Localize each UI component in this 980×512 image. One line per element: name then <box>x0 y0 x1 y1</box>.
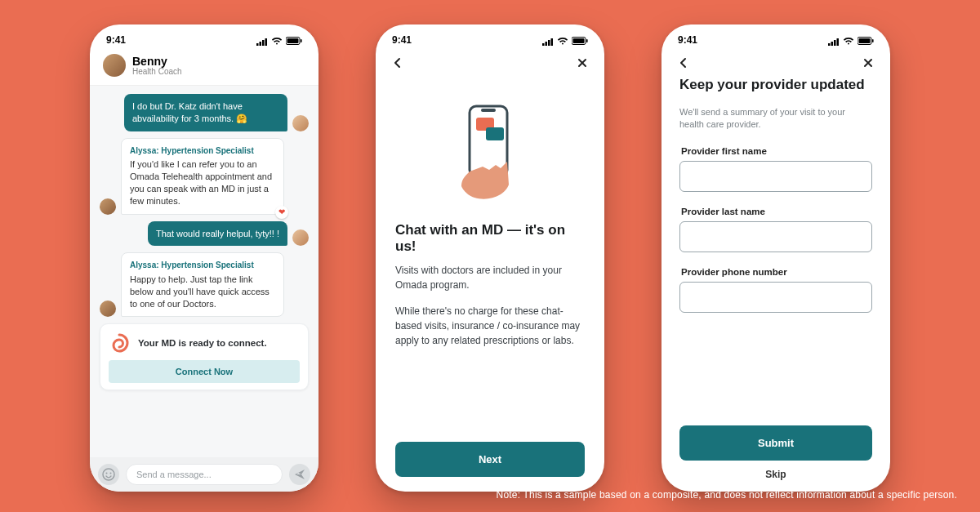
svg-rect-6 <box>301 39 302 42</box>
message-composer: Send a message... <box>90 457 318 492</box>
wifi-icon <box>557 36 568 44</box>
message-coach: Alyssa: Hypertension Specialist If you'd… <box>100 138 309 215</box>
svg-rect-21 <box>828 43 831 46</box>
svg-point-7 <box>103 469 114 480</box>
message-coach: Alyssa: Hypertension Specialist Happy to… <box>100 252 309 317</box>
status-bar: 9:41 <box>662 34 890 51</box>
disclaimer-text: Note: This is a sample based on a compos… <box>497 489 957 501</box>
svg-point-9 <box>110 473 112 474</box>
svg-rect-15 <box>573 38 585 43</box>
battery-icon <box>286 36 302 44</box>
svg-rect-20 <box>486 127 504 140</box>
wifi-icon <box>843 36 854 44</box>
bubble-user: I do but Dr. Katz didn't have abvailabil… <box>124 94 287 131</box>
chat-header: Benny Health Coach <box>90 51 318 86</box>
input-last-name[interactable] <box>679 221 872 252</box>
svg-rect-22 <box>831 42 834 46</box>
form-title: Keep your provider updated <box>679 77 872 93</box>
provider-form: Keep your provider updated We'll send a … <box>662 72 890 492</box>
bubble-coach: Alyssa: Hypertension Specialist If you'd… <box>121 138 284 215</box>
onboarding-content: Chat with an MD — it's on us! Visits wit… <box>376 72 604 492</box>
phone-onboarding: 9:41 <box>376 24 604 492</box>
svg-rect-1 <box>260 42 262 46</box>
onboarding-p2: While there's no charge for these chat-b… <box>395 304 585 348</box>
status-time: 9:41 <box>678 34 697 46</box>
label-phone: Provider phone number <box>681 267 872 277</box>
battery-icon <box>858 36 874 44</box>
label-last-name: Provider last name <box>681 207 872 216</box>
signal-icon <box>542 37 554 44</box>
bubble-coach: Alyssa: Hypertension Specialist Happy to… <box>121 252 284 317</box>
submit-button[interactable]: Submit <box>679 425 872 461</box>
send-icon[interactable] <box>289 464 310 485</box>
close-icon[interactable] <box>575 56 590 70</box>
connect-now-button[interactable]: Connect Now <box>109 360 300 383</box>
md-ready-text: Your MD is ready to connect. <box>138 337 267 349</box>
coach-text: If you'd like I can refer you to an Omad… <box>130 159 272 206</box>
stage: 9:41 Benny Health Coach <box>0 0 980 512</box>
form-subtitle: We'll send a summary of your visit to yo… <box>679 106 872 131</box>
svg-rect-27 <box>872 39 874 42</box>
nav-bar <box>376 51 604 72</box>
svg-rect-10 <box>542 43 545 46</box>
status-bar: 9:41 <box>90 34 318 51</box>
svg-rect-13 <box>551 38 554 46</box>
status-icons <box>256 36 302 44</box>
coach-avatar-small <box>100 198 116 215</box>
chat-body[interactable]: I do but Dr. Katz didn't have abvailabil… <box>90 86 318 457</box>
onboarding-title: Chat with an MD — it's on us! <box>395 222 585 255</box>
svg-rect-18 <box>481 109 496 112</box>
message-user: That would really helpul, tyty!! ! <box>100 221 309 247</box>
back-icon[interactable] <box>676 56 691 70</box>
heart-icon[interactable]: ❤ <box>275 206 288 219</box>
close-icon[interactable] <box>861 56 875 70</box>
next-button[interactable]: Next <box>395 442 585 477</box>
back-icon[interactable] <box>390 56 405 70</box>
svg-rect-16 <box>586 39 588 42</box>
coach-avatar-small <box>100 301 116 317</box>
coach-text: Happy to help. Just tap the link below a… <box>130 274 270 309</box>
signal-icon <box>256 37 268 44</box>
phone-form: 9:41 Keep your provider updated We'll se… <box>662 24 890 492</box>
status-icons <box>542 36 588 44</box>
svg-rect-17 <box>470 106 507 176</box>
message-input[interactable]: Send a message... <box>126 464 283 485</box>
phone-chat: 9:41 Benny Health Coach <box>90 24 318 492</box>
label-first-name: Provider first name <box>681 146 872 156</box>
input-phone[interactable] <box>679 282 872 313</box>
swirl-icon <box>109 332 130 354</box>
status-bar: 9:41 <box>376 34 604 51</box>
coach-label: Alyssa: Hypertension Specialist <box>130 260 275 271</box>
battery-icon <box>572 36 588 44</box>
svg-rect-26 <box>859 38 871 43</box>
user-avatar <box>292 229 309 246</box>
signal-icon <box>828 37 840 44</box>
svg-point-8 <box>106 473 108 474</box>
status-icons <box>828 36 874 44</box>
svg-rect-12 <box>548 40 550 46</box>
svg-rect-3 <box>265 38 268 46</box>
coach-role: Health Coach <box>132 67 182 76</box>
user-avatar <box>292 115 309 131</box>
svg-rect-24 <box>837 38 840 46</box>
wifi-icon <box>271 36 283 44</box>
skip-button[interactable]: Skip <box>679 461 872 480</box>
svg-rect-11 <box>546 42 548 46</box>
coach-avatar[interactable] <box>103 54 126 77</box>
md-ready-card: Your MD is ready to connect. Connect Now <box>100 323 309 390</box>
phone-chat-illustration <box>445 101 535 203</box>
status-time: 9:41 <box>392 34 412 46</box>
onboarding-p1: Visits with doctors are included in your… <box>395 263 585 292</box>
coach-label: Alyssa: Hypertension Specialist <box>130 145 275 157</box>
nav-bar <box>662 51 890 72</box>
input-first-name[interactable] <box>679 161 872 192</box>
svg-rect-5 <box>287 38 299 43</box>
coach-name: Benny <box>132 56 182 67</box>
svg-rect-23 <box>834 40 836 46</box>
message-user: I do but Dr. Katz didn't have abvailabil… <box>100 94 309 131</box>
emoji-icon[interactable] <box>98 464 119 485</box>
bubble-user: That would really helpul, tyty!! ! <box>148 221 287 247</box>
svg-rect-0 <box>256 43 259 46</box>
svg-rect-2 <box>262 40 265 46</box>
status-time: 9:41 <box>106 34 126 46</box>
